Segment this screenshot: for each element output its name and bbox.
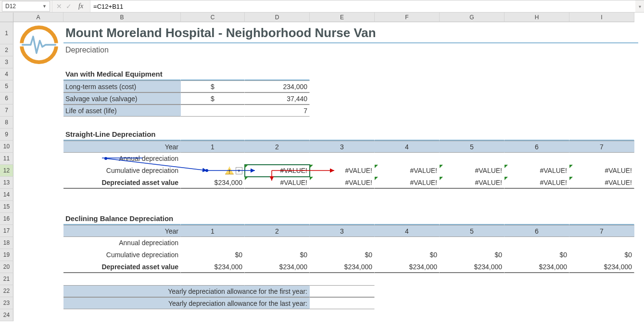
- col-header[interactable]: H: [505, 13, 569, 22]
- sld-row-label[interactable]: Cumulative depreciation: [63, 165, 181, 177]
- year[interactable]: 4: [375, 141, 440, 153]
- cell[interactable]: $234,000: [440, 261, 505, 273]
- col-header[interactable]: D: [245, 13, 310, 22]
- col-header[interactable]: E: [310, 13, 375, 22]
- formula-bar-expand-icon[interactable]: ▾: [635, 4, 644, 9]
- cell[interactable]: #VALUE!: [375, 165, 440, 177]
- cell[interactable]: [440, 22, 505, 44]
- cell[interactable]: #VALUE!: [440, 177, 505, 189]
- currency-symbol[interactable]: $: [181, 80, 245, 92]
- fx-icon[interactable]: fx: [76, 2, 86, 10]
- cell[interactable]: $234,000: [310, 261, 375, 273]
- cancel-icon[interactable]: ✕: [56, 2, 62, 10]
- col-header[interactable]: G: [440, 13, 505, 22]
- row-header[interactable]: 15: [0, 201, 13, 213]
- year[interactable]: 1: [181, 141, 245, 153]
- cell-d12-selected[interactable]: #VALUE!: [245, 165, 310, 177]
- year[interactable]: 2: [245, 225, 310, 237]
- subtitle[interactable]: Depreciation: [63, 44, 181, 56]
- row-header[interactable]: 10: [0, 141, 13, 153]
- error-dropdown-icon[interactable]: ▾: [236, 167, 242, 174]
- row-header[interactable]: 22: [0, 285, 13, 297]
- cell[interactable]: $234,000: [181, 177, 245, 189]
- row-header[interactable]: 24: [0, 309, 13, 321]
- col-header[interactable]: C: [181, 13, 245, 22]
- alloc-label[interactable]: Yearly depreciation allowance for the la…: [245, 297, 310, 309]
- name-box[interactable]: D12 ▼: [2, 1, 50, 12]
- cell[interactable]: [505, 22, 569, 44]
- cell[interactable]: $0: [569, 249, 634, 261]
- cell[interactable]: #VALUE!: [310, 177, 375, 189]
- section-header-dbd[interactable]: Declining Balance Depreciation: [63, 213, 181, 225]
- alloc-label[interactable]: Yearly depreciation allowance for the fi…: [245, 285, 310, 297]
- cell[interactable]: #VALUE!: [569, 177, 634, 189]
- section-header-sld[interactable]: Straight-Line Depreciation: [63, 129, 181, 141]
- asset-value[interactable]: 37,440: [245, 92, 310, 105]
- row-header[interactable]: 3: [0, 56, 13, 68]
- page-title[interactable]: Mount Moreland Hospital - Neighborhood N…: [63, 22, 181, 44]
- dbd-row-label[interactable]: Depreciated asset value: [63, 261, 181, 273]
- sld-row-label[interactable]: Annual depreciation: [63, 153, 181, 165]
- asset-value[interactable]: 234,000: [245, 80, 310, 92]
- cell[interactable]: [569, 22, 634, 44]
- cell[interactable]: $234,000: [505, 261, 569, 273]
- section-header-assets[interactable]: Van with Medical Equipment: [63, 68, 181, 80]
- sld-row-label[interactable]: Depreciated asset value: [63, 177, 181, 189]
- cell[interactable]: #VALUE!: [505, 177, 569, 189]
- year[interactable]: 7: [569, 141, 634, 153]
- year[interactable]: 3: [310, 225, 375, 237]
- row-header[interactable]: 6: [0, 92, 13, 105]
- row-header[interactable]: 5: [0, 80, 13, 92]
- cell[interactable]: $234,000: [375, 261, 440, 273]
- error-warning-icon[interactable]: !: [225, 167, 234, 174]
- year[interactable]: 5: [440, 141, 505, 153]
- row-header[interactable]: 21: [0, 273, 13, 285]
- asset-label[interactable]: Salvage value (salvage): [63, 92, 181, 105]
- dbd-row-label[interactable]: Cumulative depreciation: [63, 249, 181, 261]
- cell-c12[interactable]: ! ▾: [181, 165, 245, 177]
- enter-icon[interactable]: ✓: [66, 2, 72, 10]
- cell[interactable]: $234,000: [569, 261, 634, 273]
- cell[interactable]: #VALUE!: [505, 165, 569, 177]
- cell[interactable]: $234,000: [245, 261, 310, 273]
- row-header[interactable]: 9: [0, 129, 13, 141]
- row-header[interactable]: 13: [0, 177, 13, 189]
- row-header[interactable]: 20: [0, 261, 13, 273]
- asset-value[interactable]: 7: [245, 105, 310, 117]
- cell[interactable]: $0: [440, 249, 505, 261]
- col-header[interactable]: I: [569, 13, 634, 22]
- row-header[interactable]: 23: [0, 297, 13, 309]
- currency-symbol[interactable]: $: [181, 92, 245, 105]
- cell[interactable]: $0: [505, 249, 569, 261]
- col-header[interactable]: B: [63, 13, 181, 22]
- row-header[interactable]: 19: [0, 249, 13, 261]
- year-label[interactable]: Year: [63, 225, 181, 237]
- year[interactable]: 3: [310, 141, 375, 153]
- col-header[interactable]: A: [13, 13, 63, 22]
- row-header[interactable]: 8: [0, 117, 13, 129]
- cell[interactable]: [13, 44, 63, 56]
- cell[interactable]: #VALUE!: [310, 165, 375, 177]
- cell[interactable]: #VALUE!: [375, 177, 440, 189]
- select-all-corner[interactable]: [0, 13, 13, 22]
- col-header[interactable]: F: [375, 13, 440, 22]
- cell[interactable]: $0: [181, 249, 245, 261]
- cell[interactable]: $0: [375, 249, 440, 261]
- asset-label[interactable]: Long-term assets (cost): [63, 80, 181, 92]
- cell[interactable]: #VALUE!: [440, 165, 505, 177]
- row-header[interactable]: 12: [0, 165, 13, 177]
- cell[interactable]: $0: [310, 249, 375, 261]
- year[interactable]: 1: [181, 225, 245, 237]
- row-header[interactable]: 18: [0, 237, 13, 249]
- row-header[interactable]: 2: [0, 44, 13, 56]
- row-header[interactable]: 11: [0, 153, 13, 165]
- year-label[interactable]: Year: [63, 141, 181, 153]
- row-header[interactable]: 16: [0, 213, 13, 225]
- cell[interactable]: $234,000: [181, 261, 245, 273]
- asset-label[interactable]: Life of asset (life): [63, 105, 181, 117]
- row-header[interactable]: 17: [0, 225, 13, 237]
- cell[interactable]: #VALUE!: [569, 165, 634, 177]
- row-header[interactable]: 14: [0, 189, 13, 201]
- row-header[interactable]: 4: [0, 68, 13, 80]
- cell[interactable]: [375, 22, 440, 44]
